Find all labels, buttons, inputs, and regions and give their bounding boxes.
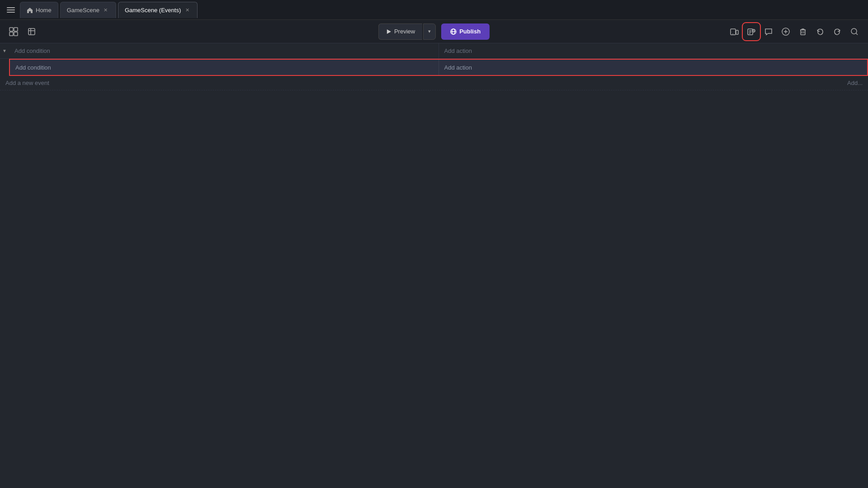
parent-condition-label: Add condition — [14, 47, 50, 54]
svg-line-32 — [856, 33, 858, 35]
tab-home-label: Home — [36, 7, 52, 14]
tab-home[interactable]: Home — [20, 2, 58, 18]
parent-event-row: ▼ Add condition Add action — [0, 43, 868, 59]
search-button[interactable] — [846, 23, 863, 40]
tab-gamescene-label: GameScene — [67, 7, 99, 14]
parent-add-condition[interactable]: Add condition — [9, 43, 439, 58]
toolbar-center: Preview ▾ Publish — [378, 23, 490, 40]
svg-rect-7 — [28, 28, 35, 35]
sub-action-label: Add action — [444, 64, 472, 71]
tab-gamescene-events-label: GameScene (Events) — [125, 7, 181, 14]
svg-rect-0 — [7, 7, 15, 8]
preview-button[interactable]: Preview — [378, 23, 422, 40]
events-button[interactable] — [743, 23, 760, 40]
svg-rect-2 — [7, 12, 15, 13]
sub-event-row: Add condition Add action — [9, 59, 868, 76]
svg-rect-5 — [9, 32, 13, 36]
tab-gamescene-close[interactable]: ✕ — [102, 6, 109, 14]
svg-rect-3 — [9, 28, 13, 31]
preview-dropdown-arrow: ▾ — [428, 28, 431, 34]
tab-gamescene-events-close[interactable]: ✕ — [184, 6, 191, 14]
svg-marker-10 — [387, 29, 391, 34]
sub-add-condition[interactable]: Add condition — [10, 60, 439, 75]
preview-label: Preview — [394, 28, 415, 35]
preview-dropdown-button[interactable]: ▾ — [423, 23, 436, 40]
tab-gamescene[interactable]: GameScene ✕ — [60, 2, 116, 18]
device-preview-button[interactable] — [726, 23, 742, 40]
toolbar: Preview ▾ Publish — [0, 20, 868, 43]
redo-button[interactable] — [829, 23, 845, 40]
toggle-arrow: ▼ — [2, 48, 7, 53]
menu-icon[interactable] — [4, 3, 18, 17]
publish-label: Publish — [459, 28, 481, 35]
toolbar-left — [5, 23, 40, 40]
svg-rect-6 — [14, 32, 18, 36]
sub-condition-label: Add condition — [15, 64, 51, 71]
layout-toggle-button[interactable] — [5, 23, 22, 40]
main-content: ▼ Add condition Add action Add condition… — [0, 43, 868, 488]
svg-point-31 — [851, 28, 857, 34]
svg-point-16 — [732, 33, 733, 34]
svg-rect-15 — [736, 30, 738, 34]
trash-button[interactable] — [795, 23, 811, 40]
sub-add-action[interactable]: Add action — [439, 60, 868, 75]
events-area: ▼ Add condition Add action Add condition… — [0, 43, 868, 90]
parent-action-label: Add action — [444, 47, 472, 54]
svg-rect-28 — [801, 30, 805, 35]
publish-button[interactable]: Publish — [441, 23, 490, 40]
svg-rect-4 — [14, 28, 18, 31]
svg-line-23 — [754, 31, 754, 31]
comment-button[interactable] — [760, 23, 777, 40]
add-event-row: Add a new event Add... — [0, 76, 868, 90]
event-toggle[interactable]: ▼ — [0, 43, 9, 58]
add-button[interactable] — [778, 23, 794, 40]
home-icon — [27, 6, 33, 14]
tab-gamescene-events[interactable]: GameScene (Events) ✕ — [118, 2, 198, 18]
svg-rect-1 — [7, 9, 15, 10]
layers-button[interactable] — [24, 23, 40, 40]
parent-add-action[interactable]: Add action — [439, 43, 868, 58]
add-event-button[interactable]: Add... — [847, 80, 863, 86]
title-bar: Home GameScene ✕ GameScene (Events) ✕ — [0, 0, 868, 20]
toolbar-right — [726, 23, 863, 40]
add-new-event-label[interactable]: Add a new event — [5, 80, 49, 86]
undo-button[interactable] — [812, 23, 828, 40]
